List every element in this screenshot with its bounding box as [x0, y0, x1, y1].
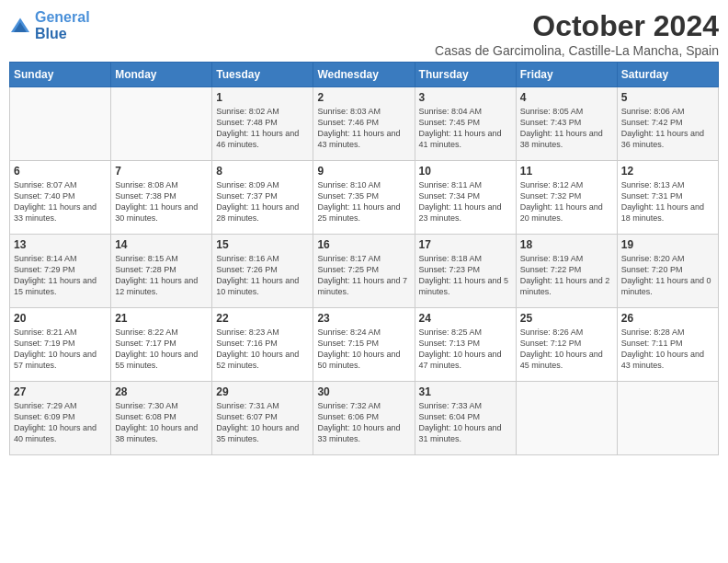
calendar-cell: 19Sunrise: 8:20 AM Sunset: 7:20 PM Dayli…	[617, 235, 718, 308]
day-info: Sunrise: 8:18 AM Sunset: 7:23 PM Dayligh…	[419, 253, 512, 298]
day-number: 27	[14, 385, 107, 398]
weekday-header-row: SundayMondayTuesdayWednesdayThursdayFrid…	[10, 63, 719, 87]
calendar-cell: 28Sunrise: 7:30 AM Sunset: 6:08 PM Dayli…	[111, 382, 212, 455]
calendar-cell: 11Sunrise: 8:12 AM Sunset: 7:32 PM Dayli…	[516, 161, 617, 235]
weekday-header-tuesday: Tuesday	[212, 63, 313, 87]
day-number: 12	[621, 165, 714, 178]
day-number: 20	[14, 312, 107, 325]
day-number: 26	[621, 312, 714, 325]
day-number: 14	[115, 238, 208, 251]
calendar-cell	[111, 87, 212, 161]
day-number: 10	[419, 165, 512, 178]
day-info: Sunrise: 8:09 AM Sunset: 7:37 PM Dayligh…	[216, 179, 309, 224]
day-number: 25	[520, 312, 613, 325]
day-info: Sunrise: 8:16 AM Sunset: 7:26 PM Dayligh…	[216, 253, 309, 298]
day-info: Sunrise: 8:05 AM Sunset: 7:43 PM Dayligh…	[520, 106, 613, 151]
day-number: 31	[419, 385, 512, 398]
day-info: Sunrise: 8:23 AM Sunset: 7:16 PM Dayligh…	[216, 327, 309, 372]
calendar-cell: 16Sunrise: 8:17 AM Sunset: 7:25 PM Dayli…	[313, 235, 415, 308]
day-info: Sunrise: 8:10 AM Sunset: 7:35 PM Dayligh…	[317, 179, 410, 224]
weekday-header-monday: Monday	[111, 63, 212, 87]
day-info: Sunrise: 8:24 AM Sunset: 7:15 PM Dayligh…	[317, 327, 410, 372]
day-info: Sunrise: 7:29 AM Sunset: 6:09 PM Dayligh…	[14, 400, 107, 445]
weekday-header-saturday: Saturday	[617, 63, 718, 87]
calendar-cell: 26Sunrise: 8:28 AM Sunset: 7:11 PM Dayli…	[617, 308, 718, 382]
day-info: Sunrise: 8:21 AM Sunset: 7:19 PM Dayligh…	[14, 327, 107, 372]
day-number: 24	[419, 312, 512, 325]
day-number: 23	[317, 312, 410, 325]
weekday-header-thursday: Thursday	[415, 63, 516, 87]
day-info: Sunrise: 8:19 AM Sunset: 7:22 PM Dayligh…	[520, 253, 613, 298]
calendar-cell: 6Sunrise: 8:07 AM Sunset: 7:40 PM Daylig…	[10, 161, 111, 235]
day-number: 9	[317, 165, 410, 178]
day-info: Sunrise: 8:25 AM Sunset: 7:13 PM Dayligh…	[419, 327, 512, 372]
calendar-cell: 21Sunrise: 8:22 AM Sunset: 7:17 PM Dayli…	[111, 308, 212, 382]
day-number: 3	[419, 91, 512, 104]
day-info: Sunrise: 8:15 AM Sunset: 7:28 PM Dayligh…	[115, 253, 208, 298]
day-info: Sunrise: 8:07 AM Sunset: 7:40 PM Dayligh…	[14, 179, 107, 224]
calendar-cell: 30Sunrise: 7:32 AM Sunset: 6:06 PM Dayli…	[313, 382, 415, 455]
calendar-cell: 8Sunrise: 8:09 AM Sunset: 7:37 PM Daylig…	[212, 161, 313, 235]
calendar-week-2: 6Sunrise: 8:07 AM Sunset: 7:40 PM Daylig…	[10, 161, 719, 235]
calendar-cell: 10Sunrise: 8:11 AM Sunset: 7:34 PM Dayli…	[415, 161, 516, 235]
day-number: 21	[115, 312, 208, 325]
calendar-cell: 2Sunrise: 8:03 AM Sunset: 7:46 PM Daylig…	[313, 87, 415, 161]
day-number: 2	[317, 91, 410, 104]
calendar-cell: 27Sunrise: 7:29 AM Sunset: 6:09 PM Dayli…	[10, 382, 111, 455]
weekday-header-friday: Friday	[516, 63, 617, 87]
calendar-table: SundayMondayTuesdayWednesdayThursdayFrid…	[9, 62, 719, 455]
calendar-cell: 29Sunrise: 7:31 AM Sunset: 6:07 PM Dayli…	[212, 382, 313, 455]
day-number: 13	[14, 238, 107, 251]
calendar-cell: 4Sunrise: 8:05 AM Sunset: 7:43 PM Daylig…	[516, 87, 617, 161]
calendar-cell: 17Sunrise: 8:18 AM Sunset: 7:23 PM Dayli…	[415, 235, 516, 308]
calendar-cell: 25Sunrise: 8:26 AM Sunset: 7:12 PM Dayli…	[516, 308, 617, 382]
day-number: 6	[14, 165, 107, 178]
day-info: Sunrise: 8:06 AM Sunset: 7:42 PM Dayligh…	[621, 106, 714, 151]
calendar-cell	[516, 382, 617, 455]
month-title: October 2024	[435, 9, 719, 43]
logo-text: General Blue	[35, 9, 90, 41]
day-number: 29	[216, 385, 309, 398]
day-number: 17	[419, 238, 512, 251]
day-info: Sunrise: 8:22 AM Sunset: 7:17 PM Dayligh…	[115, 327, 208, 372]
day-info: Sunrise: 8:14 AM Sunset: 7:29 PM Dayligh…	[14, 253, 107, 298]
calendar-cell: 9Sunrise: 8:10 AM Sunset: 7:35 PM Daylig…	[313, 161, 415, 235]
calendar-cell: 22Sunrise: 8:23 AM Sunset: 7:16 PM Dayli…	[212, 308, 313, 382]
day-info: Sunrise: 8:17 AM Sunset: 7:25 PM Dayligh…	[317, 253, 410, 298]
calendar-cell	[617, 382, 718, 455]
calendar-cell: 18Sunrise: 8:19 AM Sunset: 7:22 PM Dayli…	[516, 235, 617, 308]
page-header: General Blue October 2024 Casas de Garci…	[9, 9, 719, 58]
day-number: 30	[317, 385, 410, 398]
day-number: 4	[520, 91, 613, 104]
day-number: 11	[520, 165, 613, 178]
day-info: Sunrise: 8:11 AM Sunset: 7:34 PM Dayligh…	[419, 179, 512, 224]
day-number: 28	[115, 385, 208, 398]
day-info: Sunrise: 7:30 AM Sunset: 6:08 PM Dayligh…	[115, 400, 208, 445]
day-info: Sunrise: 8:02 AM Sunset: 7:48 PM Dayligh…	[216, 106, 309, 151]
calendar-week-5: 27Sunrise: 7:29 AM Sunset: 6:09 PM Dayli…	[10, 382, 719, 455]
location-subtitle: Casas de Garcimolina, Castille-La Mancha…	[435, 43, 719, 58]
day-info: Sunrise: 8:20 AM Sunset: 7:20 PM Dayligh…	[621, 253, 714, 298]
day-info: Sunrise: 8:26 AM Sunset: 7:12 PM Dayligh…	[520, 327, 613, 372]
calendar-cell: 20Sunrise: 8:21 AM Sunset: 7:19 PM Dayli…	[10, 308, 111, 382]
weekday-header-wednesday: Wednesday	[313, 63, 415, 87]
calendar-cell	[10, 87, 111, 161]
day-number: 5	[621, 91, 714, 104]
day-info: Sunrise: 8:28 AM Sunset: 7:11 PM Dayligh…	[621, 327, 714, 372]
weekday-header-sunday: Sunday	[10, 63, 111, 87]
calendar-week-4: 20Sunrise: 8:21 AM Sunset: 7:19 PM Dayli…	[10, 308, 719, 382]
calendar-cell: 1Sunrise: 8:02 AM Sunset: 7:48 PM Daylig…	[212, 87, 313, 161]
day-info: Sunrise: 7:33 AM Sunset: 6:04 PM Dayligh…	[419, 400, 512, 445]
calendar-cell: 14Sunrise: 8:15 AM Sunset: 7:28 PM Dayli…	[111, 235, 212, 308]
day-info: Sunrise: 8:08 AM Sunset: 7:38 PM Dayligh…	[115, 179, 208, 224]
calendar-cell: 15Sunrise: 8:16 AM Sunset: 7:26 PM Dayli…	[212, 235, 313, 308]
day-number: 22	[216, 312, 309, 325]
calendar-cell: 12Sunrise: 8:13 AM Sunset: 7:31 PM Dayli…	[617, 161, 718, 235]
day-info: Sunrise: 7:32 AM Sunset: 6:06 PM Dayligh…	[317, 400, 410, 445]
day-number: 8	[216, 165, 309, 178]
logo-icon	[9, 17, 31, 35]
day-number: 7	[115, 165, 208, 178]
title-block: October 2024 Casas de Garcimolina, Casti…	[435, 9, 719, 58]
calendar-cell: 7Sunrise: 8:08 AM Sunset: 7:38 PM Daylig…	[111, 161, 212, 235]
calendar-cell: 3Sunrise: 8:04 AM Sunset: 7:45 PM Daylig…	[415, 87, 516, 161]
